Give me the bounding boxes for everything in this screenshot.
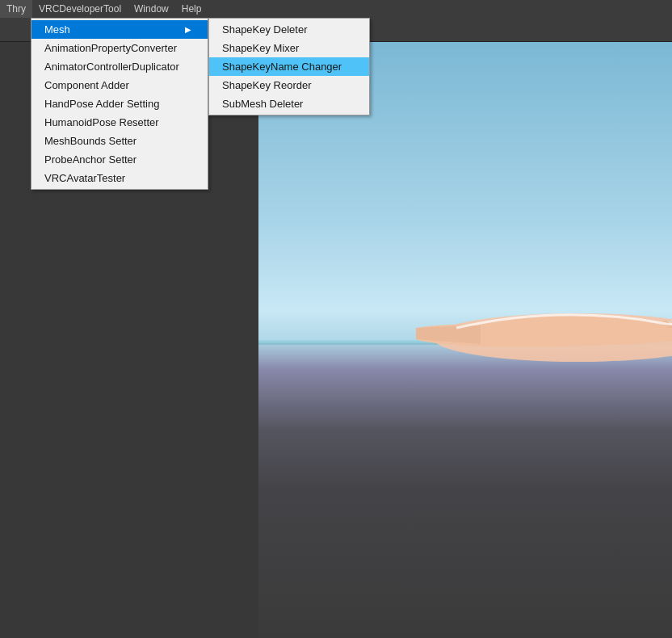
- menu-item-humanoidpose[interactable]: HumanoidPose Resetter: [32, 113, 208, 132]
- menu-help[interactable]: Help: [175, 0, 208, 18]
- menu-vrcdevelopertool[interactable]: VRCDeveloperTool: [32, 0, 128, 18]
- menu-thry[interactable]: Thry: [0, 0, 32, 18]
- menu-item-animationproperty[interactable]: AnimationPropertyConverter: [32, 39, 208, 57]
- main-dropdown: Mesh ▶ AnimationPropertyConverter Animat…: [31, 18, 208, 190]
- menu-item-vrcavatartester[interactable]: VRCAvatarTester: [32, 169, 208, 187]
- mesh-shapekey-mixer[interactable]: ShapeKey Mixer: [209, 39, 369, 57]
- mesh-shapekeyname-changer[interactable]: ShapeKeyName Changer: [209, 57, 369, 76]
- mesh-dropdown: ShapeKey Deleter ShapeKey Mixer ShapeKey…: [208, 18, 370, 115]
- arrow-icon: ▶: [185, 25, 191, 34]
- mesh-shapekey-reorder[interactable]: ShapeKey Reorder: [209, 76, 369, 94]
- mesh-submesh-deleter[interactable]: SubMesh Deleter: [209, 94, 369, 113]
- menu-item-animatorcontroller[interactable]: AnimatorControllerDuplicator: [32, 57, 208, 76]
- menu-item-handpose[interactable]: HandPose Adder Setting: [32, 94, 208, 113]
- menu-item-probeanchor[interactable]: ProbeAnchor Setter: [32, 150, 208, 169]
- menu-item-componentadder[interactable]: Component Adder: [32, 76, 208, 94]
- menu-item-mesh[interactable]: Mesh ▶: [32, 20, 208, 39]
- menu-bar: Thry VRCDeveloperTool Window Help: [0, 0, 672, 18]
- menu-item-meshbounds[interactable]: MeshBounds Setter: [32, 132, 208, 150]
- viewport: [258, 42, 672, 638]
- mesh-shapekey-deleter[interactable]: ShapeKey Deleter: [209, 20, 369, 39]
- menu-window[interactable]: Window: [128, 0, 175, 18]
- hand-illustration: [416, 257, 672, 386]
